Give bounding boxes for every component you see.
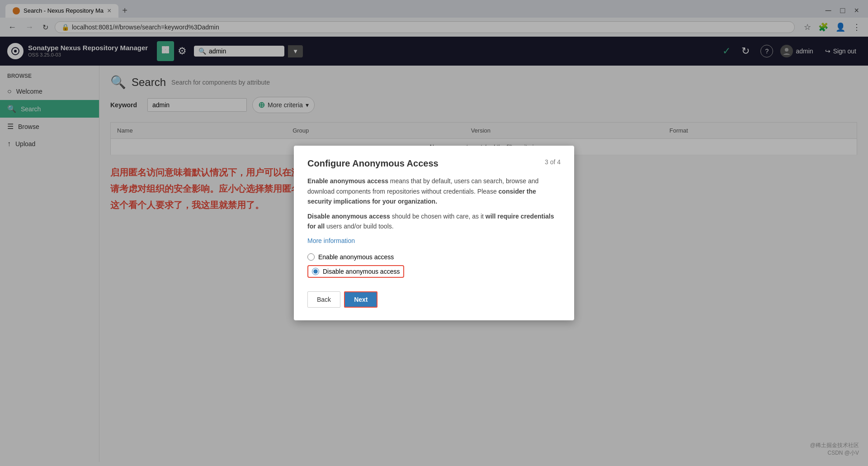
modal-para1: Enable anonymous access means that by de… xyxy=(307,176,561,206)
enable-radio-label: Enable anonymous access xyxy=(318,253,394,261)
enable-anonymous-option[interactable]: Enable anonymous access xyxy=(307,253,561,261)
disable-radio-label: Disable anonymous access xyxy=(323,268,400,275)
radio-group: Enable anonymous access Disable anonymou… xyxy=(307,253,561,282)
disable-anonymous-option[interactable]: Disable anonymous access xyxy=(307,265,404,278)
modal-overlay: Configure Anonymous Access 3 of 4 Enable… xyxy=(0,0,868,462)
modal-para2-end: users and/or build tools. xyxy=(325,223,394,230)
enable-radio[interactable] xyxy=(307,253,315,261)
modal-footer: Back Next xyxy=(307,291,561,308)
disable-bold-label: Disable anonymous access xyxy=(307,213,390,220)
configure-anonymous-modal: Configure Anonymous Access 3 of 4 Enable… xyxy=(294,146,574,320)
back-button[interactable]: Back xyxy=(307,291,340,308)
modal-header: Configure Anonymous Access 3 of 4 xyxy=(307,158,561,169)
modal-para2-suffix: should be chosen with care, as it xyxy=(390,213,486,220)
modal-body: Enable anonymous access means that by de… xyxy=(307,176,561,246)
modal-title: Configure Anonymous Access xyxy=(307,158,439,169)
more-info-link[interactable]: More information xyxy=(307,237,355,244)
next-button[interactable]: Next xyxy=(344,291,377,308)
enable-bold-label: Enable anonymous access xyxy=(307,177,388,185)
modal-step: 3 of 4 xyxy=(545,158,561,166)
modal-para2: Disable anonymous access should be chose… xyxy=(307,211,561,232)
disable-radio[interactable] xyxy=(312,268,319,275)
